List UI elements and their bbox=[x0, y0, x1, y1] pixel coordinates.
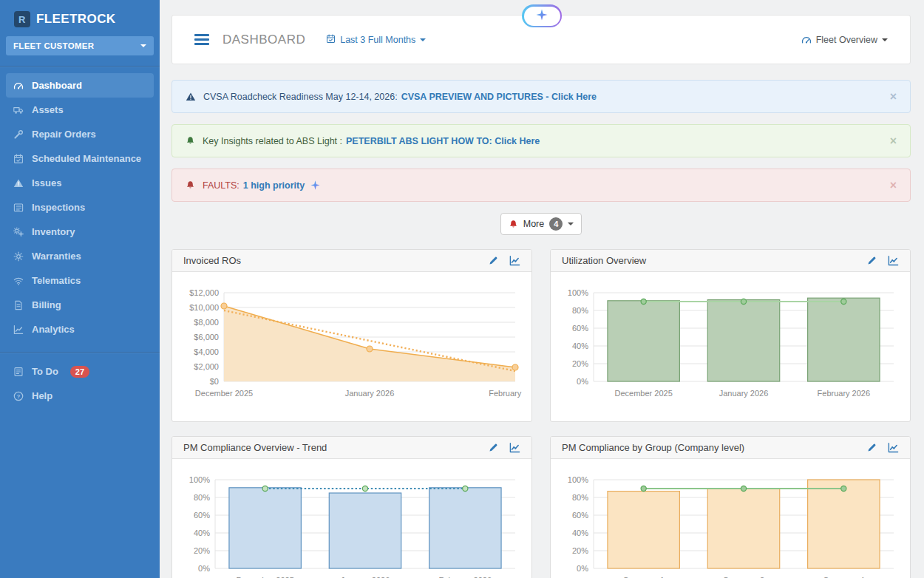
sidebar-item-label: Billing bbox=[32, 299, 61, 310]
sidebar-item-issues[interactable]: Issues bbox=[6, 171, 154, 195]
svg-text:40%: 40% bbox=[194, 528, 210, 537]
alert-link[interactable]: CVSA PREVIEW AND PICTURES - Click Here bbox=[401, 92, 597, 102]
list-icon bbox=[12, 203, 24, 213]
sidebar-item-warranties[interactable]: Warranties bbox=[6, 244, 154, 268]
svg-text:20%: 20% bbox=[572, 359, 588, 368]
note-icon bbox=[12, 367, 24, 377]
menu-toggle-icon[interactable] bbox=[194, 32, 209, 47]
alert-banner-info: CVSA Roadcheck Readiness May 12-14, 2026… bbox=[171, 80, 911, 113]
svg-text:January 2026: January 2026 bbox=[719, 389, 769, 398]
alert-close-button[interactable]: × bbox=[890, 135, 897, 147]
sidebar-item-billing[interactable]: Billing bbox=[6, 293, 154, 317]
widget-title: PM Compliance by Group (Company level) bbox=[562, 442, 744, 453]
sidebar-item-inspections[interactable]: Inspections bbox=[6, 195, 154, 220]
date-range-label: Last 3 Full Months bbox=[340, 35, 415, 45]
ai-assistant-button[interactable] bbox=[522, 4, 562, 27]
page-title: DASHBOARD bbox=[222, 33, 305, 47]
sidebar-item-telematics[interactable]: Telematics bbox=[6, 268, 154, 293]
edit-widget-icon[interactable] bbox=[867, 443, 877, 452]
sidebar-item-label: Dashboard bbox=[32, 80, 82, 91]
more-label: More bbox=[523, 219, 544, 229]
fleet-overview-label: Fleet Overview bbox=[816, 35, 877, 45]
widget-header: Utilization Overview bbox=[551, 250, 910, 272]
sidebar-item-scheduled-maintenance[interactable]: Scheduled Maintenance bbox=[6, 146, 154, 171]
sidebar-item-label: Repair Orders bbox=[32, 129, 96, 140]
sidebar-item-dashboard[interactable]: Dashboard bbox=[6, 73, 154, 98]
chevron-down-icon bbox=[420, 38, 426, 41]
sidebar-divider bbox=[0, 66, 160, 67]
svg-text:$4,000: $4,000 bbox=[194, 347, 219, 356]
more-alerts-button[interactable]: More 4 bbox=[500, 213, 582, 235]
svg-text:40%: 40% bbox=[572, 341, 588, 350]
edit-widget-icon[interactable] bbox=[489, 443, 498, 452]
expand-chart-icon[interactable] bbox=[509, 442, 520, 453]
alert-link[interactable]: PETERBILT ABS LIGHT HOW TO: Click Here bbox=[346, 136, 540, 146]
sidebar-item-analytics[interactable]: Analytics bbox=[6, 317, 154, 341]
main-content: DASHBOARD Last 3 Full Months Fleet Overv… bbox=[160, 0, 924, 578]
sparkle-icon[interactable] bbox=[310, 180, 320, 190]
bell-icon bbox=[186, 180, 195, 190]
calendar-icon bbox=[326, 34, 336, 46]
svg-text:60%: 60% bbox=[572, 324, 588, 333]
svg-text:60%: 60% bbox=[572, 511, 588, 520]
sidebar-nav: DashboardAssetsRepair OrdersScheduled Ma… bbox=[0, 73, 160, 341]
edit-widget-icon[interactable] bbox=[867, 256, 877, 265]
chevron-down-icon bbox=[140, 44, 146, 47]
alert-close-button[interactable]: × bbox=[890, 180, 897, 191]
bell-icon bbox=[186, 136, 195, 146]
pm-compliance-by-group-chart: 0%20%40%60%80%100%Company 1Company 2Comp… bbox=[561, 465, 900, 578]
chevron-down-icon bbox=[882, 38, 888, 41]
sidebar-item-label: To Do bbox=[32, 366, 58, 377]
more-count-badge: 4 bbox=[549, 217, 563, 231]
sidebar-item-inventory[interactable]: Inventory bbox=[6, 220, 154, 244]
alert-close-button[interactable]: × bbox=[890, 91, 897, 103]
sidebar-item-repair-orders[interactable]: Repair Orders bbox=[6, 122, 154, 146]
pm-compliance-trend-chart: 0%20%40%60%80%100%December 2025January 2… bbox=[183, 465, 521, 578]
svg-text:$12,000: $12,000 bbox=[189, 288, 219, 297]
alert-text: Key Insights related to ABS Light : bbox=[203, 136, 342, 146]
sidebar: R FLEETROCK FLEET CUSTOMER DashboardAsse… bbox=[0, 0, 160, 578]
alerts-area: CVSA Roadcheck Readiness May 12-14, 2026… bbox=[171, 80, 911, 202]
widget-header: PM Compliance Overview - Trend bbox=[172, 437, 531, 459]
edit-widget-icon[interactable] bbox=[489, 256, 498, 265]
expand-chart-icon[interactable] bbox=[509, 255, 520, 266]
svg-text:0%: 0% bbox=[198, 564, 210, 573]
svg-text:0%: 0% bbox=[577, 377, 588, 386]
dashboard-widgets-grid: Invoiced ROs $0$2,000$4,000$6,000$8,000$… bbox=[171, 249, 911, 578]
sidebar-item-assets[interactable]: Assets bbox=[6, 98, 154, 122]
warning-triangle-icon bbox=[186, 92, 196, 102]
widget-pm-compliance-by-group: PM Compliance by Group (Company level) 0… bbox=[550, 436, 911, 578]
sidebar-item-help[interactable]: ?Help bbox=[6, 384, 154, 408]
gauge-icon bbox=[12, 81, 24, 91]
cogs-icon bbox=[12, 227, 24, 237]
alert-link[interactable]: 1 high priority bbox=[243, 180, 305, 191]
widget-title: PM Compliance Overview - Trend bbox=[183, 442, 327, 453]
wifi-icon bbox=[12, 276, 24, 286]
date-range-dropdown[interactable]: Last 3 Full Months bbox=[326, 34, 426, 46]
alert-text: FAULTS: bbox=[203, 180, 240, 191]
fleet-overview-dropdown[interactable]: Fleet Overview bbox=[801, 35, 888, 45]
bell-icon bbox=[509, 220, 518, 229]
customer-selector[interactable]: FLEET CUSTOMER bbox=[6, 36, 154, 55]
wrench-icon bbox=[12, 129, 24, 140]
alert-banner-success: Key Insights related to ABS Light :PETER… bbox=[171, 124, 911, 157]
svg-text:60%: 60% bbox=[194, 511, 210, 520]
svg-text:100%: 100% bbox=[568, 475, 588, 484]
sidebar-item-label: Telematics bbox=[32, 275, 81, 286]
sidebar-item-label: Issues bbox=[32, 177, 61, 188]
fleetrock-logo-icon: R bbox=[14, 11, 30, 27]
customer-selector-label: FLEET CUSTOMER bbox=[13, 41, 94, 50]
svg-text:$2,000: $2,000 bbox=[194, 362, 219, 371]
question-icon: ? bbox=[12, 391, 24, 401]
sidebar-item-to-do[interactable]: To Do27 bbox=[6, 359, 154, 384]
svg-text:20%: 20% bbox=[194, 546, 210, 555]
sidebar-item-label: Scheduled Maintenance bbox=[32, 153, 141, 164]
expand-chart-icon[interactable] bbox=[888, 442, 899, 453]
sidebar-item-label: Inventory bbox=[32, 226, 75, 237]
svg-text:100%: 100% bbox=[189, 475, 210, 484]
seal-icon bbox=[12, 251, 24, 262]
widget-utilization-overview: Utilization Overview 0%20%40%60%80%100%D… bbox=[550, 249, 911, 422]
sparkle-icon bbox=[536, 9, 548, 24]
expand-chart-icon[interactable] bbox=[888, 255, 899, 266]
svg-text:$0: $0 bbox=[210, 377, 219, 386]
